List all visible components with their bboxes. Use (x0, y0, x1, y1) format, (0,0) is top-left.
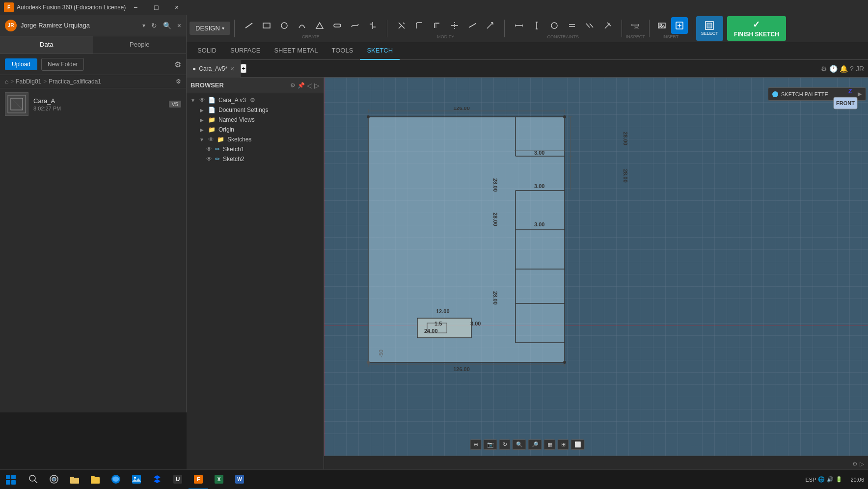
doc-tab-close-button[interactable]: × (230, 65, 234, 73)
extend-tool-button[interactable] (464, 17, 481, 34)
tray-network-icon[interactable]: 🌐 (818, 476, 825, 483)
refresh-button[interactable]: ↻ (151, 22, 157, 29)
zoom-out-button[interactable]: 🔎 (528, 439, 542, 450)
parallel-constraint-button[interactable] (581, 17, 598, 34)
fillet-tool-button[interactable] (411, 17, 428, 34)
tree-sketch1[interactable]: 👁 ✏ Sketch1 (187, 144, 324, 154)
search-button[interactable]: 🔍 (163, 22, 171, 29)
maximize-button[interactable]: □ (146, 0, 166, 15)
new-folder-button[interactable]: New Folder (41, 58, 84, 71)
circle-tool-button[interactable] (276, 17, 293, 34)
arc-tool-button[interactable] (294, 17, 310, 34)
document-tab[interactable]: ● Cara_Av5* × (187, 60, 241, 78)
add-tab-button[interactable]: + (241, 64, 246, 73)
notification-tab-icon[interactable]: 🔔 (840, 65, 848, 73)
rectangle-tool-button[interactable] (258, 17, 275, 34)
settings-button[interactable]: ⚙ (174, 60, 181, 69)
taskbar-fusion[interactable]: F (189, 470, 208, 489)
camera-button[interactable]: 📷 (484, 439, 497, 450)
design-dropdown-button[interactable]: DESIGN ▾ (190, 22, 230, 35)
breadcrumb-settings-icon[interactable]: ⚙ (176, 78, 181, 85)
horizontal-constraint-button[interactable] (511, 17, 527, 34)
taskbar-clock[interactable]: 20:06 (846, 477, 868, 483)
close-button[interactable]: × (167, 0, 187, 15)
user-tab-icon[interactable]: JR (856, 65, 864, 73)
orbit-button[interactable]: ↻ (499, 439, 511, 450)
clock-tab-icon[interactable]: 🕐 (829, 65, 838, 73)
taskbar-folder[interactable] (85, 470, 105, 489)
scale-tool-button[interactable] (482, 17, 498, 34)
tree-root[interactable]: ▼ 👁 📄 Cara_A v3 ⚙ (187, 95, 324, 105)
comments-close-icon[interactable]: ▷ (860, 461, 864, 467)
tray-volume-icon[interactable]: 🔊 (827, 476, 834, 483)
display-mode-button[interactable]: ▦ (544, 439, 556, 450)
snap-button[interactable]: ⊕ (470, 439, 482, 450)
equal-constraint-button[interactable] (564, 17, 580, 34)
taskbar-cortana[interactable] (44, 470, 64, 489)
circle-constraint-button[interactable] (546, 17, 563, 34)
home-icon[interactable]: ⌂ (5, 78, 8, 85)
taskbar-edge[interactable] (106, 470, 126, 489)
slot-tool-button[interactable] (329, 17, 346, 34)
perpendicular-constraint-button[interactable] (599, 17, 616, 34)
sketches-eye-icon[interactable]: 👁 (208, 136, 214, 143)
tab-surface[interactable]: SURFACE (223, 42, 267, 60)
taskbar-explorer[interactable] (65, 470, 84, 489)
insert-image-button[interactable] (653, 17, 670, 34)
breadcrumb-practica[interactable]: Practica_calificada1 (49, 78, 101, 85)
root-settings-icon[interactable]: ⚙ (250, 97, 255, 104)
tab-solid[interactable]: SOLID (190, 42, 223, 60)
sketch1-eye-icon[interactable]: 👁 (206, 146, 212, 153)
tab-people[interactable]: People (93, 36, 187, 54)
help-tab-icon[interactable]: ? (850, 65, 854, 73)
taskbar-excel[interactable]: X (209, 470, 229, 489)
browser-pin-icon[interactable]: 📌 (298, 82, 305, 89)
comments-settings-icon[interactable]: ⚙ (852, 461, 858, 467)
tree-sketches[interactable]: ▼ 👁 📁 Sketches (187, 135, 324, 144)
file-item[interactable]: Cara_A 8:02:27 PM V5 (0, 88, 186, 120)
dimension-tool-button[interactable]: 3.00 (627, 17, 644, 34)
select-button[interactable]: SELECT (696, 16, 723, 41)
vertical-constraint-button[interactable] (528, 17, 545, 34)
tab-data[interactable]: Data (0, 36, 93, 54)
close-panel-button[interactable]: × (177, 22, 181, 29)
tray-battery-icon[interactable]: 🔋 (836, 476, 842, 483)
taskbar-dropbox[interactable] (147, 470, 167, 489)
breadcrumb-fabdig01[interactable]: FabDig01 (16, 78, 41, 85)
tab-sketch[interactable]: SKETCH (360, 42, 400, 60)
root-eye-icon[interactable]: 👁 (199, 97, 205, 104)
polygon-tool-button[interactable] (311, 17, 328, 34)
grid-mode-button[interactable]: ⊞ (558, 439, 569, 450)
finish-sketch-button[interactable]: ✓ FINISH SKETCH (727, 16, 786, 41)
browser-settings-icon[interactable]: ⚙ (290, 82, 296, 89)
view-mode-button[interactable]: ⬜ (571, 439, 585, 450)
line2-tool-button[interactable] (446, 17, 463, 34)
line-tool-button[interactable] (241, 17, 257, 34)
start-button[interactable] (0, 470, 22, 489)
sketch2-eye-icon[interactable]: 👁 (206, 156, 212, 163)
tree-named-views[interactable]: ▶ 📁 Named Views (187, 115, 324, 125)
taskbar-search[interactable] (24, 470, 43, 489)
browser-close-icon[interactable]: ▷ (314, 82, 320, 89)
minimize-button[interactable]: − (126, 0, 145, 15)
taskbar-unity[interactable]: U (168, 470, 188, 489)
upload-button[interactable]: Upload (5, 58, 37, 70)
insert-active-button[interactable] (671, 17, 688, 34)
spline-tool-button[interactable] (347, 17, 363, 34)
tree-document-settings[interactable]: ▶ 📄 Document Settings (187, 105, 324, 115)
offset-tool-button[interactable] (429, 17, 445, 34)
tab-tools[interactable]: TOOLS (325, 42, 360, 60)
tree-sketch2[interactable]: 👁 ✏ Sketch2 (187, 154, 324, 164)
taskbar-photos[interactable] (127, 470, 146, 489)
view-cube[interactable]: Z X FRONT (819, 87, 858, 127)
tab-sheet-metal[interactable]: SHEET METAL (267, 42, 325, 60)
mirror-tool-button[interactable] (364, 17, 381, 34)
trim-tool-button[interactable] (393, 17, 410, 34)
zoom-button[interactable]: 🔍 (513, 439, 526, 450)
canvas-area[interactable]: BROWSER ⚙ 📌 ◁ ▷ ▼ 👁 📄 Cara_A v3 ⚙ (187, 78, 868, 471)
settings-tab-icon[interactable]: ⚙ (821, 65, 827, 73)
tree-origin[interactable]: ▶ 📁 Origin (187, 125, 324, 135)
browser-collapse-button[interactable]: ◁ (307, 82, 312, 89)
sketch-palette-expand-icon[interactable]: ▶ (858, 91, 862, 97)
user-dropdown-arrow[interactable]: ▾ (142, 22, 145, 29)
